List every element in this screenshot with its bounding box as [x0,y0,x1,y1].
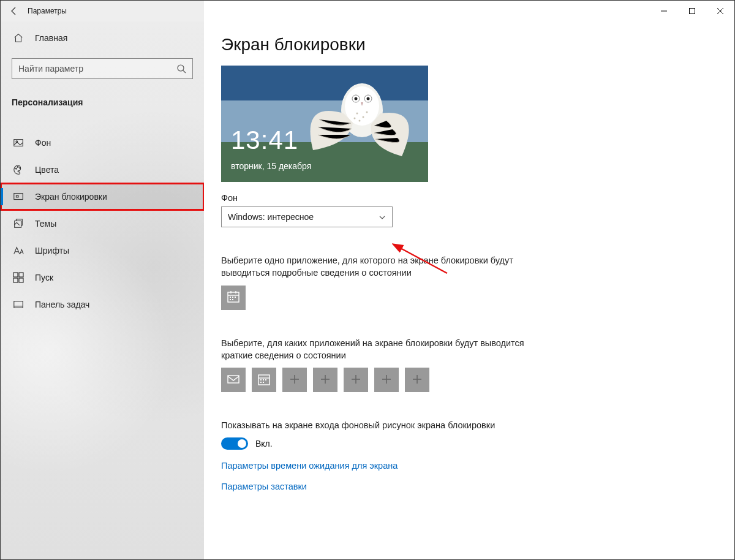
preview-time: 13:41 [231,126,298,155]
svg-rect-46 [260,379,262,380]
svg-point-9 [17,167,18,168]
svg-rect-40 [235,297,236,298]
sidebar-category: Персонализация [1,86,204,118]
chevron-down-icon [379,213,386,221]
sidebar-item-background[interactable]: Фон [1,129,204,156]
svg-point-30 [363,116,364,118]
signin-background-label: Показывать на экране входа фоновый рисун… [221,419,540,431]
svg-rect-43 [228,376,239,383]
lockscreen-preview: 13:41 вторник, 15 декабря [221,66,428,182]
background-combobox[interactable]: Windows: интересное [221,206,393,227]
sidebar-item-label: Экран блокировки [35,192,107,202]
sidebar-item-fonts[interactable]: Шрифты [1,237,204,264]
window-titlebar: Параметры [1,1,734,21]
sidebar-item-start[interactable]: Пуск [1,264,204,291]
window-title: Параметры [28,7,67,15]
svg-point-31 [366,112,368,113]
search-placeholder: Найти параметр [18,64,176,74]
quick-status-app-add-3[interactable] [282,368,307,392]
sidebar-item-lockscreen[interactable]: Экран блокировки [1,183,204,210]
svg-rect-18 [13,278,18,282]
sidebar-item-label: Темы [35,219,56,229]
lockscreen-icon [13,191,24,202]
sidebar-item-label: Панель задач [35,300,89,309]
svg-rect-17 [19,273,23,277]
background-combobox-value: Windows: интересное [228,212,314,222]
screensaver-link[interactable]: Параметры заставки [221,482,734,491]
svg-point-27 [367,97,370,100]
svg-rect-38 [230,297,231,298]
plus-icon [381,374,392,387]
svg-point-8 [16,168,17,169]
sidebar-search-input[interactable]: Найти параметр [12,58,193,79]
svg-rect-1 [690,9,695,14]
sidebar: Главная Найти параметр Персонализация Фо… [1,21,204,559]
content-pane: Экран блокировки 13 [204,21,734,559]
background-label: Фон [221,193,734,203]
sidebar-item-label: Цвета [35,165,59,175]
svg-line-5 [183,70,186,73]
plus-icon [289,374,300,387]
signin-background-toggle[interactable] [221,437,248,450]
svg-point-10 [20,167,21,168]
sidebar-item-label: Шрифты [35,246,69,255]
calendar-icon [257,373,271,388]
svg-rect-19 [19,278,23,282]
svg-point-32 [359,120,361,122]
taskbar-icon [13,299,24,310]
fonts-icon [13,245,24,256]
window-close-button[interactable] [706,1,734,21]
quick-status-app-add-6[interactable] [374,368,399,392]
sidebar-item-taskbar[interactable]: Панель задач [1,291,204,318]
palette-icon [13,164,24,175]
back-button[interactable] [1,1,28,21]
svg-rect-48 [265,379,266,380]
quick-status-app-add-4[interactable] [313,368,337,392]
sidebar-home-label: Главная [35,33,67,43]
calendar-icon [227,290,240,305]
picture-icon [13,137,24,148]
quick-status-app-2[interactable] [252,368,276,392]
detailed-status-label: Выберите одно приложение, для которого н… [221,254,540,279]
svg-rect-16 [13,273,18,277]
sidebar-item-themes[interactable]: Темы [1,210,204,237]
svg-rect-42 [232,299,233,300]
start-icon [13,272,24,283]
page-title: Экран блокировки [221,35,734,55]
svg-rect-50 [263,382,264,383]
svg-rect-20 [14,301,23,308]
svg-point-33 [354,118,356,119]
svg-rect-49 [260,382,262,383]
detailed-status-app-button[interactable] [221,286,246,310]
window-minimize-button[interactable] [650,1,678,21]
sidebar-item-colors[interactable]: Цвета [1,156,204,183]
plus-icon [412,374,423,387]
preview-date: вторник, 15 декабря [231,161,311,171]
quick-status-app-add-7[interactable] [405,368,429,392]
sidebar-item-label: Фон [35,138,51,148]
svg-rect-47 [263,379,264,380]
search-icon [176,64,186,74]
home-icon [13,32,24,44]
svg-rect-41 [230,299,231,300]
svg-rect-39 [232,297,233,298]
screen-timeout-link[interactable]: Параметры времени ожидания для экрана [221,461,734,471]
quick-status-app-1[interactable] [221,368,246,392]
mail-icon [227,373,240,388]
window-maximize-button[interactable] [678,1,706,21]
svg-point-4 [178,65,184,71]
svg-point-29 [356,113,358,115]
quick-status-app-add-5[interactable] [344,368,368,392]
sidebar-home[interactable]: Главная [1,24,204,52]
plus-icon [350,374,361,387]
svg-point-26 [355,97,358,100]
svg-rect-6 [14,140,23,146]
themes-icon [13,218,24,229]
toggle-state-label: Вкл. [255,439,273,448]
owl-illustration [295,77,417,168]
sidebar-item-label: Пуск [35,273,53,282]
plus-icon [320,374,331,387]
svg-rect-12 [16,195,18,197]
quick-status-label: Выберите, для каких приложений на экране… [221,337,540,362]
